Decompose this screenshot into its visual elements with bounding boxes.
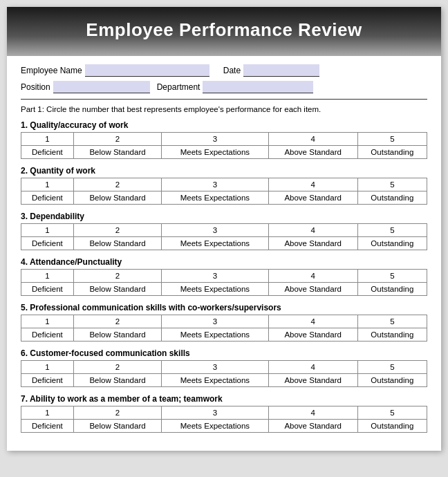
- rating-label-cell: Below Standard: [73, 328, 161, 342]
- sections-container: 1. Quality/accuracy of work12345Deficien…: [21, 120, 427, 433]
- rating-number-cell[interactable]: 1: [21, 315, 74, 328]
- rating-number-cell[interactable]: 3: [162, 133, 268, 146]
- section-1: 1. Quality/accuracy of work12345Deficien…: [21, 120, 427, 159]
- rating-label-cell: Above Standard: [268, 146, 357, 159]
- rating-label-cell: Deficient: [21, 146, 74, 159]
- rating-number-cell[interactable]: 3: [162, 178, 268, 191]
- rating-number-cell[interactable]: 3: [162, 361, 268, 374]
- rating-label-cell: Outstanding: [357, 420, 427, 433]
- rating-label-cell: Meets Expectations: [162, 237, 268, 250]
- date-label: Date: [223, 66, 241, 75]
- rating-number-cell[interactable]: 1: [21, 178, 74, 191]
- rating-label-cell: Outstanding: [357, 374, 427, 387]
- rating-number-cell[interactable]: 4: [268, 178, 357, 191]
- rating-number-cell[interactable]: 2: [73, 224, 161, 237]
- rating-table-3: 12345DeficientBelow StandardMeets Expect…: [21, 223, 427, 250]
- rating-label-cell: Deficient: [21, 191, 74, 205]
- rating-table-4: 12345DeficientBelow StandardMeets Expect…: [21, 269, 427, 296]
- employee-name-row: Employee Name Date: [21, 64, 427, 77]
- position-row: Position Department: [21, 81, 427, 93]
- rating-number-cell[interactable]: 5: [357, 406, 427, 420]
- section-title-1: 1. Quality/accuracy of work: [21, 120, 427, 130]
- section-5: 5. Professional communication skills wit…: [21, 303, 427, 342]
- section-6: 6. Customer-focused communication skills…: [21, 348, 427, 387]
- rating-label-cell: Meets Expectations: [162, 283, 268, 296]
- rating-number-cell[interactable]: 5: [357, 224, 427, 237]
- department-label: Department: [157, 82, 200, 92]
- rating-label-cell: Deficient: [21, 237, 74, 250]
- rating-label-cell: Above Standard: [268, 374, 357, 387]
- section-7: 7. Ability to work as a member of a team…: [21, 394, 427, 433]
- rating-number-cell[interactable]: 2: [73, 178, 161, 191]
- rating-label-cell: Below Standard: [73, 191, 161, 205]
- rating-number-cell[interactable]: 1: [21, 270, 74, 283]
- rating-number-cell[interactable]: 1: [21, 361, 74, 374]
- rating-number-cell[interactable]: 5: [357, 270, 427, 283]
- rating-number-cell[interactable]: 2: [73, 315, 161, 328]
- rating-number-cell[interactable]: 3: [162, 270, 268, 283]
- section-title-3: 3. Dependability: [21, 212, 427, 221]
- section-3: 3. Dependability12345DeficientBelow Stan…: [21, 212, 427, 250]
- rating-number-cell[interactable]: 1: [21, 133, 74, 146]
- rating-label-cell: Outstanding: [357, 191, 427, 205]
- employee-name-label: Employee Name: [21, 66, 82, 75]
- rating-label-cell: Below Standard: [73, 420, 161, 433]
- rating-number-cell[interactable]: 4: [268, 406, 357, 420]
- rating-label-cell: Outstanding: [357, 237, 427, 250]
- header: Employee Performance Review: [7, 7, 441, 56]
- rating-label-cell: Above Standard: [268, 191, 357, 205]
- rating-table-1: 12345DeficientBelow StandardMeets Expect…: [21, 132, 427, 159]
- rating-label-cell: Below Standard: [73, 237, 161, 250]
- instructions: Part 1: Circle the number that best repr…: [21, 105, 427, 113]
- rating-label-cell: Above Standard: [268, 237, 357, 250]
- department-input[interactable]: [203, 81, 313, 93]
- page-title: Employee Performance Review: [14, 19, 434, 41]
- rating-number-cell[interactable]: 4: [268, 270, 357, 283]
- rating-number-cell[interactable]: 5: [357, 133, 427, 146]
- rating-label-cell: Meets Expectations: [162, 374, 268, 387]
- date-input[interactable]: [243, 64, 319, 77]
- rating-number-cell[interactable]: 5: [357, 315, 427, 328]
- section-title-2: 2. Quantity of work: [21, 166, 427, 176]
- rating-number-cell[interactable]: 5: [357, 178, 427, 191]
- rating-label-cell: Deficient: [21, 374, 74, 387]
- rating-number-cell[interactable]: 4: [268, 361, 357, 374]
- section-title-5: 5. Professional communication skills wit…: [21, 303, 427, 312]
- rating-label-cell: Below Standard: [73, 374, 161, 387]
- rating-label-cell: Above Standard: [268, 283, 357, 296]
- rating-label-cell: Outstanding: [357, 328, 427, 342]
- rating-table-2: 12345DeficientBelow StandardMeets Expect…: [21, 178, 427, 205]
- section-title-7: 7. Ability to work as a member of a team…: [21, 394, 427, 404]
- section-title-6: 6. Customer-focused communication skills: [21, 348, 427, 358]
- rating-number-cell[interactable]: 2: [73, 270, 161, 283]
- employee-name-input[interactable]: [85, 64, 209, 77]
- rating-table-6: 12345DeficientBelow StandardMeets Expect…: [21, 360, 427, 387]
- rating-label-cell: Deficient: [21, 283, 74, 296]
- page: Employee Performance Review Employee Nam…: [7, 7, 441, 451]
- rating-number-cell[interactable]: 4: [268, 315, 357, 328]
- rating-number-cell[interactable]: 4: [268, 133, 357, 146]
- rating-label-cell: Outstanding: [357, 146, 427, 159]
- rating-number-cell[interactable]: 2: [73, 361, 161, 374]
- section-title-4: 4. Attendance/Punctuality: [21, 257, 427, 267]
- section-2: 2. Quantity of work12345DeficientBelow S…: [21, 166, 427, 205]
- rating-number-cell[interactable]: 1: [21, 406, 74, 420]
- rating-label-cell: Below Standard: [73, 146, 161, 159]
- rating-number-cell[interactable]: 2: [73, 406, 161, 420]
- rating-number-cell[interactable]: 4: [268, 224, 357, 237]
- position-input[interactable]: [53, 81, 150, 93]
- section-4: 4. Attendance/Punctuality12345DeficientB…: [21, 257, 427, 296]
- rating-table-7: 12345DeficientBelow StandardMeets Expect…: [21, 406, 427, 433]
- content: Employee Name Date Position Department P…: [7, 56, 441, 451]
- rating-label-cell: Meets Expectations: [162, 328, 268, 342]
- divider: [21, 99, 427, 100]
- rating-number-cell[interactable]: 2: [73, 133, 161, 146]
- rating-number-cell[interactable]: 5: [357, 361, 427, 374]
- rating-label-cell: Outstanding: [357, 283, 427, 296]
- rating-number-cell[interactable]: 1: [21, 224, 74, 237]
- rating-label-cell: Above Standard: [268, 420, 357, 433]
- rating-label-cell: Deficient: [21, 328, 74, 342]
- rating-number-cell[interactable]: 3: [162, 406, 268, 420]
- rating-number-cell[interactable]: 3: [162, 224, 268, 237]
- rating-number-cell[interactable]: 3: [162, 315, 268, 328]
